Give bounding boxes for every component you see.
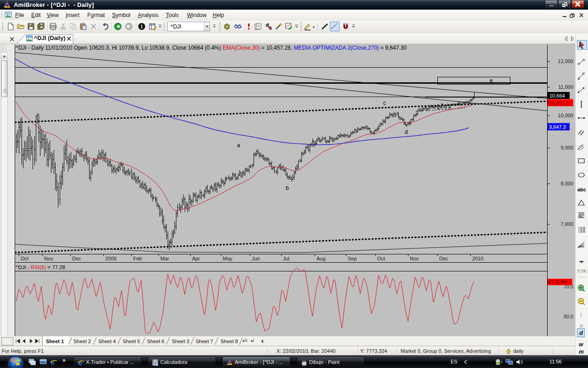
svg-text:2009: 2009 <box>105 256 116 261</box>
svg-text:e: e <box>51 358 55 366</box>
svg-text:m: m <box>579 349 584 355</box>
svg-text:Oct: Oct <box>21 256 28 261</box>
svg-text:May: May <box>223 256 232 261</box>
svg-text:Oct: Oct <box>377 256 385 261</box>
svg-text:Nov: Nov <box>44 256 53 261</box>
svg-text:A: A <box>269 25 272 30</box>
svg-text:abc: abc <box>577 187 586 192</box>
svg-text:b: b <box>286 185 289 191</box>
svg-text:d: d <box>579 329 583 336</box>
svg-text:8,000: 8,000 <box>560 181 573 186</box>
svg-text:2010: 2010 <box>472 256 483 261</box>
svg-text:10,664: 10,664 <box>549 93 565 98</box>
svg-text:30.0: 30.0 <box>564 314 573 319</box>
svg-text:e: e <box>78 359 82 366</box>
svg-text:Apr: Apr <box>192 256 200 261</box>
svg-text:12,000: 12,000 <box>558 58 573 64</box>
svg-text:^DJI - Daily 11/01/2010 Open 1: ^DJI - Daily 11/01/2010 Open 10620.3, Hi… <box>16 45 407 51</box>
svg-text:7,000: 7,000 <box>560 221 573 227</box>
svg-text:Mar: Mar <box>160 256 169 261</box>
svg-text:Aug: Aug <box>317 256 326 261</box>
svg-text:Sep: Sep <box>348 256 357 261</box>
svg-text:i: i <box>141 23 142 30</box>
svg-text:c: c <box>383 100 386 106</box>
svg-text:Jun: Jun <box>252 256 260 261</box>
svg-text:Nov: Nov <box>410 256 419 261</box>
svg-text:Dec: Dec <box>439 256 448 261</box>
svg-text:^DJI - RSI(5) = 77.28: ^DJI - RSI(5) = 77.28 <box>16 264 65 270</box>
svg-text:Feb: Feb <box>133 256 142 261</box>
svg-text:d: d <box>405 129 408 135</box>
svg-text:10,000: 10,000 <box>558 113 573 118</box>
svg-text:11,000: 11,000 <box>558 84 573 90</box>
svg-text:w: w <box>579 341 583 348</box>
svg-text:h: h <box>580 323 583 329</box>
svg-text:i: i <box>580 312 582 318</box>
svg-text:Dec: Dec <box>72 256 81 261</box>
svg-text:e: e <box>490 77 493 84</box>
svg-text:10,457.3: 10,457.3 <box>549 100 569 106</box>
svg-text:9,647.3: 9,647.3 <box>549 124 566 130</box>
svg-text:Jul: Jul <box>283 256 289 261</box>
svg-text:9,000: 9,000 <box>560 145 573 150</box>
svg-text:77.2784: 77.2784 <box>548 279 567 285</box>
svg-text:a: a <box>237 142 240 149</box>
